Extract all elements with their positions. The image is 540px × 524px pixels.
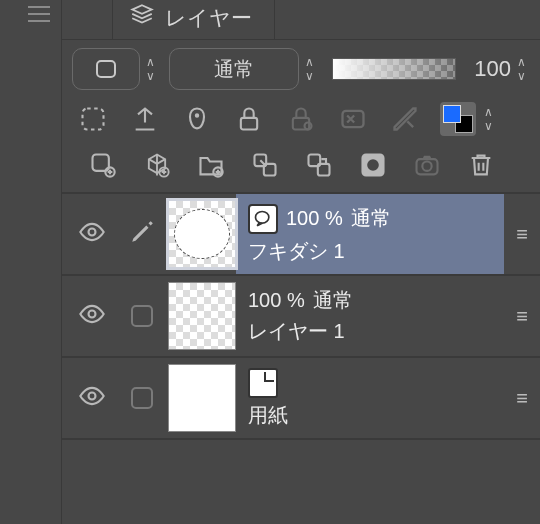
- svg-point-22: [89, 392, 96, 399]
- balloon-type-icon: [248, 204, 278, 234]
- layer-row[interactable]: 100 % 通常 フキダシ 1 ≡: [62, 194, 540, 276]
- palette-mode-button[interactable]: [72, 48, 140, 90]
- new-3d-layer-icon[interactable]: [140, 148, 174, 182]
- visibility-icon[interactable]: [78, 382, 106, 415]
- svg-point-21: [89, 310, 96, 317]
- layer-row[interactable]: 用紙 ≡: [62, 358, 540, 440]
- menu-icon[interactable]: [28, 6, 50, 22]
- opacity-slider[interactable]: [332, 58, 456, 80]
- layer-opacity-text: 100 %: [248, 289, 305, 312]
- paper-type-icon: [248, 368, 278, 398]
- svg-point-16: [367, 159, 379, 171]
- selection-icon[interactable]: [76, 102, 110, 136]
- reference-icon[interactable]: [128, 102, 162, 136]
- layer-opacity-text: 100 %: [286, 207, 343, 230]
- blend-mode-label: 通常: [214, 56, 254, 83]
- layer-list: 100 % 通常 フキダシ 1 ≡: [62, 194, 540, 440]
- visibility-icon[interactable]: [78, 218, 106, 251]
- clear-x2-icon: [388, 102, 422, 136]
- opacity-stepper[interactable]: ∧∨: [517, 56, 526, 82]
- tab-label: レイヤー: [165, 4, 252, 32]
- layers-stack-icon: [129, 2, 155, 33]
- svg-rect-0: [97, 61, 115, 77]
- layer-menu-icon[interactable]: ≡: [504, 305, 540, 328]
- layer-menu-icon[interactable]: ≡: [504, 223, 540, 246]
- clear-x1-icon: [336, 102, 370, 136]
- layer-row[interactable]: 100 % 通常 レイヤー 1 ≡: [62, 276, 540, 358]
- lock-icon[interactable]: [232, 102, 266, 136]
- edit-inactive-icon[interactable]: [131, 387, 153, 409]
- layer-name: フキダシ 1: [248, 238, 504, 265]
- layer-thumbnail[interactable]: [168, 364, 236, 432]
- svg-rect-1: [83, 109, 104, 130]
- svg-point-2: [196, 114, 198, 116]
- lock-disabled-icon: [284, 102, 318, 136]
- layer-name: 用紙: [248, 402, 504, 429]
- svg-rect-6: [343, 111, 364, 127]
- blend-mode-select[interactable]: 通常: [169, 48, 299, 90]
- mask-layer-icon[interactable]: [356, 148, 390, 182]
- new-folder-icon[interactable]: [194, 148, 228, 182]
- layer-menu-icon[interactable]: ≡: [504, 387, 540, 410]
- svg-point-18: [422, 162, 431, 171]
- panel-tabs: レイヤー: [62, 0, 540, 40]
- opacity-value: 100: [474, 56, 511, 82]
- dock-column: [0, 0, 62, 524]
- transfer-down-icon[interactable]: [248, 148, 282, 182]
- layer-thumbnail[interactable]: [168, 200, 236, 268]
- layer-info[interactable]: 100 % 通常 レイヤー 1: [236, 276, 504, 356]
- layer-info[interactable]: 100 % 通常 フキダシ 1: [236, 194, 504, 274]
- layer-thumbnail[interactable]: [168, 282, 236, 350]
- edit-active-icon[interactable]: [129, 219, 155, 250]
- layer-blend-text: 通常: [351, 205, 391, 232]
- new-layer-icon[interactable]: [86, 148, 120, 182]
- layer-blend-text: 通常: [313, 287, 353, 314]
- layer-name: レイヤー 1: [248, 318, 504, 345]
- merge-icon[interactable]: [302, 148, 336, 182]
- svg-rect-3: [241, 118, 257, 130]
- color-swap-icon[interactable]: [440, 102, 476, 136]
- blend-mode-stepper[interactable]: ∧∨: [305, 56, 314, 82]
- svg-point-19: [89, 228, 96, 235]
- mask-icon[interactable]: [180, 102, 214, 136]
- palette-mode-stepper[interactable]: ∧∨: [146, 56, 155, 82]
- color-stepper[interactable]: ∧∨: [484, 106, 493, 132]
- svg-point-20: [256, 211, 269, 223]
- layer-info[interactable]: 用紙: [236, 358, 504, 438]
- visibility-icon[interactable]: [78, 300, 106, 333]
- camera-icon: [410, 148, 444, 182]
- edit-inactive-icon[interactable]: [131, 305, 153, 327]
- tab-layers[interactable]: レイヤー: [112, 0, 275, 39]
- trash-icon[interactable]: [464, 148, 498, 182]
